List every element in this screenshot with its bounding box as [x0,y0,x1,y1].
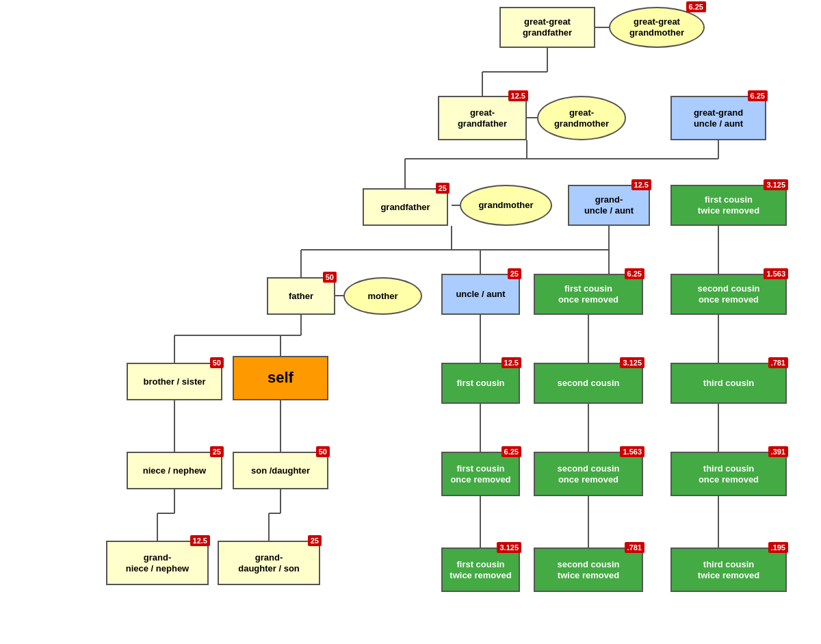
badge-fctr2: 3.125 [497,542,521,553]
node-label-gf: grandfather [380,202,430,213]
node-self: self [233,356,328,400]
node-fcor2: first cousin once removed6.25 [441,452,520,496]
node-ua: uncle / aunt25 [441,274,520,315]
node-ggf: great-great grandfather [499,7,595,48]
node-sd: son /daughter50 [233,452,328,489]
node-gds: grand- daughter / son25 [218,541,320,585]
node-gnn: grand- niece / nephew12.5 [106,541,209,585]
node-tcor: third cousin once removed.391 [670,452,787,496]
badge-gua: 12.5 [631,179,651,190]
node-label-mother: mother [367,291,398,302]
node-tc: third cousin.781 [670,363,787,404]
node-label-nn: niece / nephew [143,465,206,476]
family-chart: great-great grandfathergreat-great grand… [0,0,821,644]
badge-tcor: .391 [768,446,788,457]
badge-sc: 3.125 [620,357,644,368]
node-label-fc: first cousin [456,378,504,389]
badge-ggua: 6.25 [748,90,768,101]
node-label-tcor: third cousin once removed [699,463,759,485]
node-label-scor2: second cousin once removed [557,463,619,485]
node-label-ggf2: great- grandfather [458,107,507,129]
node-label-fcor: first cousin once removed [558,283,618,305]
node-label-gds: grand- daughter / son [238,552,300,574]
badge-scor: 1.563 [764,268,788,279]
node-fcor: first cousin once removed6.25 [534,274,643,315]
badge-fc: 12.5 [501,357,521,368]
node-scor2: second cousin once removed1.563 [534,452,643,496]
node-label-fctr2: first cousin twice removed [449,559,511,580]
badge-nn: 25 [210,446,224,457]
node-ggf2: great- grandfather12.5 [438,96,527,140]
node-label-ua: uncle / aunt [456,289,505,300]
node-sc: second cousin3.125 [534,363,643,404]
node-label-fctr: first cousin twice removed [698,194,759,216]
node-gggm: great-great grandmother6.25 [609,7,705,48]
node-label-father: father [289,291,313,302]
badge-gds: 25 [308,535,322,546]
node-label-gnn: grand- niece / nephew [126,552,189,574]
node-label-sd: son /daughter [251,465,310,476]
node-label-fcor2: first cousin once removed [450,463,510,485]
node-tctr: third cousin twice removed.195 [670,548,787,592]
badge-fcor: 6.25 [625,268,644,279]
badge-brs: 50 [210,357,224,368]
node-fctr2: first cousin twice removed3.125 [441,548,520,592]
badge-ua: 25 [508,268,521,279]
node-gua: grand- uncle / aunt12.5 [568,185,650,226]
badge-sctr: .781 [625,542,644,553]
badge-fcor2: 6.25 [501,446,521,457]
node-mother: mother [343,277,422,315]
node-label-sctr: second cousin twice removed [557,559,619,580]
badge-ggf2: 12.5 [508,90,528,101]
badge-tc: .781 [768,357,788,368]
node-label-ggf: great-great grandfather [523,16,572,38]
badge-gnn: 12.5 [190,535,210,546]
node-label-gua: grand- uncle / aunt [584,194,634,216]
node-label-tc: third cousin [703,378,754,389]
badge-gggm: 6.25 [686,1,706,12]
node-gm: grandmother [460,185,552,226]
node-label-gm: grandmother [478,200,533,211]
node-label-gggm: great-great grandmother [629,16,684,38]
node-label-self: self [268,369,294,387]
badge-tctr: .195 [768,542,788,553]
node-ggua: great-grand uncle / aunt6.25 [670,96,766,140]
node-label-tctr: third cousin twice removed [698,559,759,580]
badge-gf: 25 [436,183,449,194]
badge-father: 50 [323,272,337,283]
node-label-scor: second cousin once removed [697,283,759,305]
node-label-brs: brother / sister [143,376,205,387]
node-scor: second cousin once removed1.563 [670,274,787,315]
node-brs: brother / sister50 [127,363,222,400]
node-sctr: second cousin twice removed.781 [534,548,643,592]
badge-fctr: 3.125 [764,179,788,190]
badge-scor2: 1.563 [620,446,644,457]
node-father: father50 [267,277,335,315]
badge-sd: 50 [316,446,330,457]
node-label-sc: second cousin [557,378,619,389]
node-label-ggm2: great- grandmother [554,107,609,129]
node-fc: first cousin12.5 [441,363,520,404]
node-label-ggua: great-grand uncle / aunt [694,107,743,129]
node-nn: niece / nephew25 [127,452,222,489]
node-ggm2: great- grandmother [537,96,626,140]
node-fctr: first cousin twice removed3.125 [670,185,787,226]
node-gf: grandfather25 [363,188,448,226]
